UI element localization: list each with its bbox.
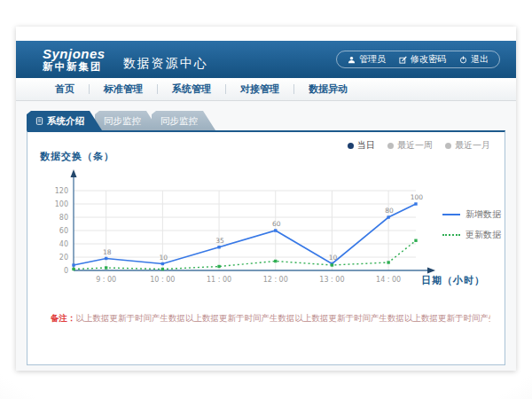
main-nav: 首页 标准管理 系统管理 对接管理 数据异动 [16, 78, 516, 101]
current-user-label: 管理员 [359, 53, 386, 66]
power-icon [459, 56, 467, 64]
svg-text:40: 40 [59, 240, 68, 248]
logo-company-name: 新中新集团 [43, 61, 106, 72]
edit-icon [399, 56, 407, 64]
legend-label: 新增数据 [466, 208, 501, 221]
svg-text:12 : 00: 12 : 00 [263, 276, 288, 284]
logout-label: 退出 [471, 53, 489, 66]
footnote-text: 以上数据更新于时间产生数据以上数据更新于时间产生数据以上数据更新于时间产生数据以… [76, 313, 491, 323]
filter-label: 当日 [357, 139, 375, 152]
change-password-label: 修改密码 [411, 53, 446, 66]
tab-label: 同步监控 [160, 111, 198, 130]
svg-text:14 : 00: 14 : 00 [376, 276, 401, 284]
svg-text:80: 80 [59, 214, 68, 222]
document-icon [35, 117, 43, 125]
x-axis-title: 日期（小时） [421, 274, 485, 287]
green-line-sample [442, 234, 460, 236]
legend-item-new-data: 新增数据 [442, 208, 501, 221]
svg-text:20: 20 [59, 254, 68, 262]
filter-last-week[interactable]: 最近一周 [387, 139, 433, 152]
svg-text:9 : 00: 9 : 00 [96, 276, 116, 284]
page-title: 数据资源中心 [123, 56, 208, 72]
nav-item-home[interactable]: 首页 [41, 82, 89, 96]
nav-item-interface-mgmt[interactable]: 对接管理 [226, 82, 293, 96]
radio-icon [348, 143, 354, 149]
radio-icon [387, 143, 394, 149]
nav-item-system-mgmt[interactable]: 系统管理 [158, 82, 225, 96]
app-header: Synjones 新中新集团 数据资源中心 管理员 修改密码 [16, 41, 516, 78]
user-icon [348, 56, 356, 64]
svg-text:10: 10 [329, 254, 338, 262]
line-chart: 0204060801001209 : 0010 : 0011 : 0012 : … [40, 166, 439, 299]
svg-text:11 : 00: 11 : 00 [207, 276, 231, 284]
nav-item-data-changes[interactable]: 数据异动 [294, 82, 362, 96]
svg-text:60: 60 [272, 220, 281, 228]
tab-label: 系统介绍 [47, 111, 84, 130]
filter-last-month[interactable]: 最近一月 [445, 139, 490, 152]
svg-text:0: 0 [64, 267, 68, 275]
filter-today[interactable]: 当日 [348, 139, 375, 152]
legend-label: 更新数据 [466, 229, 501, 241]
svg-text:100: 100 [411, 193, 424, 201]
content-area: 系统介绍 同步监控 同步监控 当日 最近一周 [16, 101, 516, 371]
nav-item-standard-mgmt[interactable]: 标准管理 [90, 82, 157, 96]
change-password-button[interactable]: 修改密码 [399, 53, 446, 66]
tab-label: 同步监控 [104, 111, 141, 130]
logout-button[interactable]: 退出 [459, 53, 489, 66]
footnote-label: 备注： [51, 313, 76, 323]
chart-legend: 新增数据 更新数据 [442, 208, 501, 241]
svg-text:18: 18 [103, 248, 112, 256]
footnote: 备注：以上数据更新于时间产生数据以上数据更新于时间产生数据以上数据更新于时间产生… [51, 312, 490, 324]
current-user-button[interactable]: 管理员 [348, 53, 386, 66]
browser-page: Synjones 新中新集团 数据资源中心 管理员 修改密码 [16, 27, 516, 371]
chart-panel: 当日 最近一周 最近一月 数据交换（条） 0204060801001209 : … [27, 130, 505, 365]
tab-sync-monitor-2[interactable]: 同步监控 [152, 111, 215, 130]
svg-text:10 : 00: 10 : 00 [150, 276, 175, 284]
time-range-filters: 当日 最近一周 最近一月 [348, 139, 490, 152]
svg-text:10: 10 [160, 254, 168, 262]
legend-item-updated-data: 更新数据 [442, 229, 501, 241]
svg-text:80: 80 [385, 207, 394, 215]
y-axis-title: 数据交换（条） [40, 150, 114, 163]
blue-line-sample [442, 214, 460, 215]
tab-bar: 系统介绍 同步监控 同步监控 [27, 111, 208, 130]
svg-text:60: 60 [59, 227, 68, 235]
svg-text:120: 120 [55, 187, 68, 195]
svg-text:13 : 00: 13 : 00 [319, 276, 344, 284]
user-toolbar: 管理员 修改密码 退出 [336, 51, 500, 68]
logo: Synjones 新中新集团 [43, 47, 106, 72]
filter-label: 最近一周 [397, 139, 433, 152]
tab-system-intro[interactable]: 系统介绍 [27, 111, 102, 130]
radio-icon [445, 143, 451, 149]
filter-label: 最近一月 [455, 139, 490, 152]
logo-wordmark: Synjones [43, 47, 106, 61]
tab-sync-monitor-1[interactable]: 同步监控 [95, 111, 159, 130]
svg-text:100: 100 [55, 200, 68, 208]
svg-text:35: 35 [215, 237, 224, 245]
